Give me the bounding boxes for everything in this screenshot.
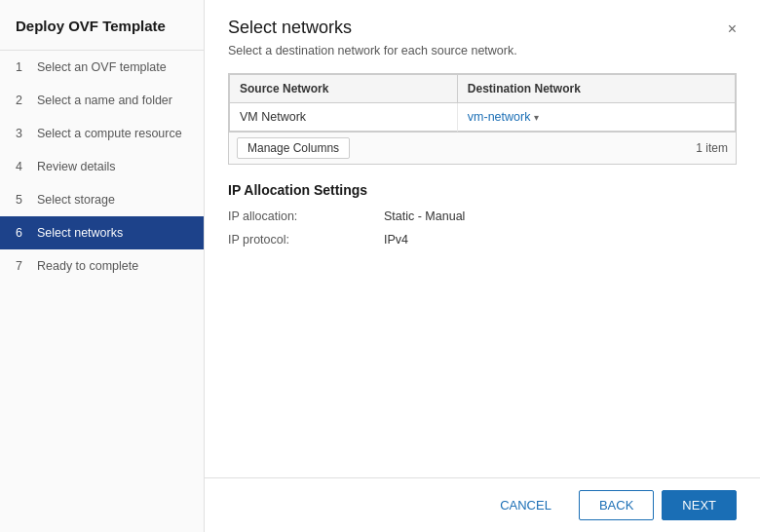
next-button[interactable]: NEXT — [662, 490, 737, 520]
sidebar-item-7[interactable]: 7 Ready to complete — [0, 249, 204, 283]
sidebar-item-6[interactable]: 6 Select networks — [0, 216, 204, 249]
network-table-wrapper: Source Network Destination Network VM Ne… — [228, 73, 737, 165]
main-header: Select networks Select a destination net… — [205, 0, 760, 73]
deploy-ovf-dialog: Deploy OVF Template 1 Select an OVF temp… — [0, 0, 760, 532]
table-row: VM Network vm-network ▾ — [230, 103, 736, 132]
chevron-down-icon: ▾ — [534, 112, 539, 123]
step-num-5: 5 — [16, 193, 29, 207]
table-footer: Manage Columns 1 item — [229, 132, 736, 164]
sidebar-item-label-5: Select storage — [37, 193, 115, 207]
step-num-1: 1 — [16, 60, 29, 74]
table-body: VM Network vm-network ▾ — [230, 103, 736, 132]
network-table: Source Network Destination Network VM Ne… — [229, 74, 736, 132]
item-count: 1 item — [696, 141, 728, 155]
sidebar-item-label-1: Select an OVF template — [37, 60, 167, 74]
source-network-value: VM Network — [240, 110, 306, 124]
step-num-7: 7 — [16, 259, 29, 273]
sidebar-item-2[interactable]: 2 Select a name and folder — [0, 84, 204, 117]
sidebar-item-label-3: Select a compute resource — [37, 127, 182, 140]
step-num-2: 2 — [16, 94, 29, 107]
ip-allocation-label: IP allocation: — [228, 209, 384, 223]
sidebar-item-label-6: Select networks — [37, 226, 123, 240]
main-content: Source Network Destination Network VM Ne… — [205, 73, 760, 477]
sidebar-item-4[interactable]: 4 Review details — [0, 150, 204, 183]
manage-columns-button[interactable]: Manage Columns — [237, 137, 350, 159]
ip-allocation-value: Static - Manual — [384, 209, 465, 223]
destination-select[interactable]: vm-network ▾ — [468, 110, 725, 124]
back-button[interactable]: BACK — [579, 490, 654, 520]
header-text: Select networks Select a destination net… — [228, 18, 517, 73]
ip-protocol-row: IP protocol: IPv4 — [228, 233, 737, 247]
ip-protocol-label: IP protocol: — [228, 233, 384, 247]
destination-value: vm-network — [468, 110, 531, 124]
sidebar-item-label-2: Select a name and folder — [37, 94, 172, 107]
main-panel: Select networks Select a destination net… — [205, 0, 760, 532]
sidebar-item-label-7: Ready to complete — [37, 259, 138, 273]
sidebar-title: Deploy OVF Template — [0, 0, 204, 51]
step-num-6: 6 — [16, 226, 29, 240]
destination-network-cell[interactable]: vm-network ▾ — [457, 103, 735, 132]
page-subtitle: Select a destination network for each so… — [228, 44, 517, 57]
step-num-4: 4 — [16, 160, 29, 173]
source-network-cell: VM Network — [230, 103, 458, 132]
close-button[interactable]: × — [728, 21, 737, 37]
cancel-button[interactable]: CANCEL — [480, 490, 571, 520]
sidebar-item-5[interactable]: 5 Select storage — [0, 183, 204, 216]
sidebar-item-1[interactable]: 1 Select an OVF template — [0, 51, 204, 84]
table-scroll-area[interactable]: Source Network Destination Network VM Ne… — [229, 74, 736, 132]
dialog-footer: CANCEL BACK NEXT — [205, 477, 760, 532]
page-title: Select networks — [228, 18, 517, 38]
step-num-3: 3 — [16, 127, 29, 140]
sidebar: Deploy OVF Template 1 Select an OVF temp… — [0, 0, 205, 532]
ip-protocol-value: IPv4 — [384, 233, 408, 247]
ip-allocation-section-title: IP Allocation Settings — [228, 182, 737, 198]
ip-allocation-row: IP allocation: Static - Manual — [228, 209, 737, 223]
col-source-network: Source Network — [230, 75, 458, 103]
sidebar-item-3[interactable]: 3 Select a compute resource — [0, 117, 204, 150]
table-header: Source Network Destination Network — [230, 75, 736, 103]
sidebar-item-label-4: Review details — [37, 160, 116, 173]
col-destination-network: Destination Network — [457, 75, 735, 103]
